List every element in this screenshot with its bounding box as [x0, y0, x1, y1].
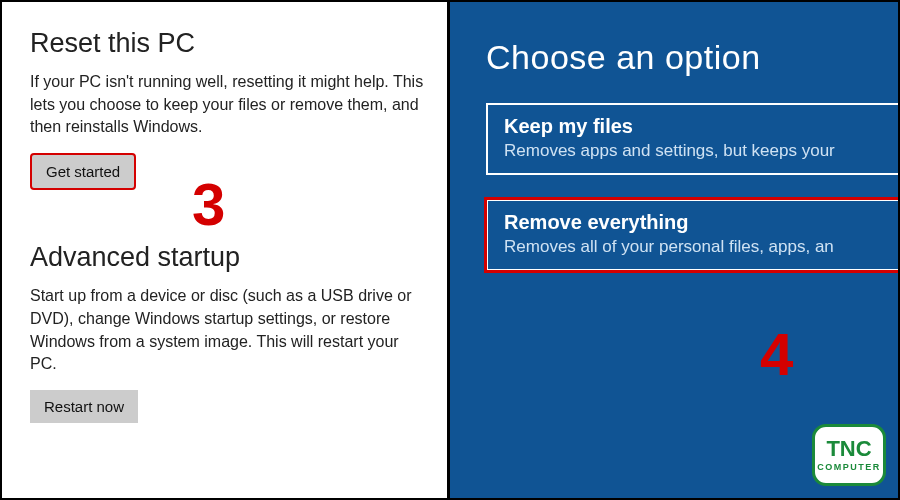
- choose-option-panel: Choose an option Keep my files Removes a…: [450, 2, 898, 498]
- advanced-startup-heading: Advanced startup: [30, 242, 429, 273]
- choose-option-heading: Choose an option: [486, 38, 898, 77]
- get-started-button[interactable]: Get started: [30, 153, 136, 190]
- option-title: Keep my files: [504, 115, 898, 138]
- tnc-logo-text: TNC: [826, 438, 871, 460]
- advanced-startup-description: Start up from a device or disc (such as …: [30, 285, 429, 376]
- tnc-logo-subtext: COMPUTER: [817, 462, 881, 472]
- option-keep-files[interactable]: Keep my files Removes apps and settings,…: [486, 103, 898, 175]
- reset-description: If your PC isn't running well, resetting…: [30, 71, 429, 139]
- tnc-logo: TNC COMPUTER: [812, 424, 886, 486]
- annotation-step-3: 3: [192, 170, 225, 239]
- option-remove-everything[interactable]: Remove everything Removes all of your pe…: [486, 199, 898, 271]
- option-description: Removes all of your personal files, apps…: [504, 237, 898, 257]
- option-title: Remove everything: [504, 211, 898, 234]
- annotation-step-4: 4: [760, 320, 793, 389]
- reset-heading: Reset this PC: [30, 28, 429, 59]
- restart-now-button[interactable]: Restart now: [30, 390, 138, 423]
- settings-recovery-panel: Reset this PC If your PC isn't running w…: [2, 2, 450, 498]
- option-description: Removes apps and settings, but keeps you…: [504, 141, 898, 161]
